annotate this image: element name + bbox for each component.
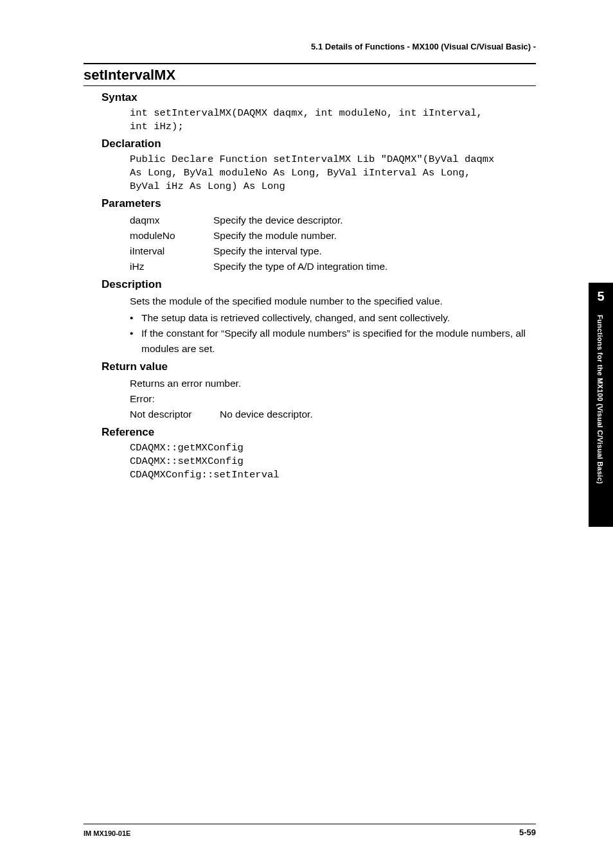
param-name: moduleNo — [130, 228, 213, 244]
error-desc: No device descriptor. — [220, 407, 313, 422]
param-name: daqmx — [130, 213, 213, 228]
table-row: daqmx Specify the device descriptor. — [130, 213, 536, 228]
heading-reference: Reference — [102, 426, 536, 439]
code-syntax: int setIntervalMX(DAQMX daqmx, int modul… — [130, 107, 536, 134]
bullet-text: If the constant for “Specify all module … — [141, 326, 536, 357]
code-declaration: Public Declare Function setIntervalMX Li… — [130, 153, 536, 193]
footer-doc-id: IM MX190-01E — [84, 829, 130, 837]
param-desc: Specify the device descriptor. — [213, 213, 536, 228]
list-item: • If the constant for “Specify all modul… — [130, 326, 536, 357]
bullet-text: The setup data is retrieved collectively… — [141, 310, 536, 326]
param-name: iHz — [130, 259, 213, 274]
param-desc: Specify the interval type. — [213, 244, 536, 259]
parameters-table: daqmx Specify the device descriptor. mod… — [130, 213, 536, 274]
return-line1: Returns an error number. — [130, 376, 536, 391]
description-intro: Sets the module of the specified module … — [130, 294, 536, 309]
chapter-number: 5 — [589, 289, 613, 304]
running-header: 5.1 Details of Functions - MX100 (Visual… — [311, 42, 536, 51]
sidebar-label: Functions for the MX100 (Visual C/Visual… — [596, 315, 604, 484]
code-reference: CDAQMX::getMXConfig CDAQMX::setMXConfig … — [130, 441, 536, 482]
list-item: • The setup data is retrieved collective… — [130, 310, 536, 326]
param-desc: Specify the type of A/D integration time… — [213, 259, 536, 274]
bullet-icon: • — [130, 326, 141, 357]
footer-divider — [84, 824, 536, 824]
divider — [84, 63, 536, 64]
return-line2: Error: — [130, 391, 536, 407]
chapter-sidebar: 5 Functions for the MX100 (Visual C/Visu… — [589, 283, 613, 527]
param-desc: Specify the module number. — [213, 228, 536, 244]
param-name: iInterval — [130, 244, 213, 259]
heading-parameters: Parameters — [102, 197, 536, 210]
footer-page-number: 5-59 — [519, 828, 536, 837]
heading-declaration: Declaration — [102, 137, 536, 150]
error-name: Not descriptor — [130, 407, 220, 422]
table-row: iInterval Specify the interval type. — [130, 244, 536, 259]
heading-description: Description — [102, 278, 536, 291]
description-bullets: • The setup data is retrieved collective… — [130, 310, 536, 357]
heading-syntax: Syntax — [102, 91, 536, 104]
error-row: Not descriptor No device descriptor. — [130, 407, 536, 422]
page-title: setIntervalMX — [84, 67, 536, 84]
divider — [84, 85, 536, 86]
heading-return-value: Return value — [102, 360, 536, 373]
table-row: iHz Specify the type of A/D integration … — [130, 259, 536, 274]
bullet-icon: • — [130, 310, 141, 326]
table-row: moduleNo Specify the module number. — [130, 228, 536, 244]
